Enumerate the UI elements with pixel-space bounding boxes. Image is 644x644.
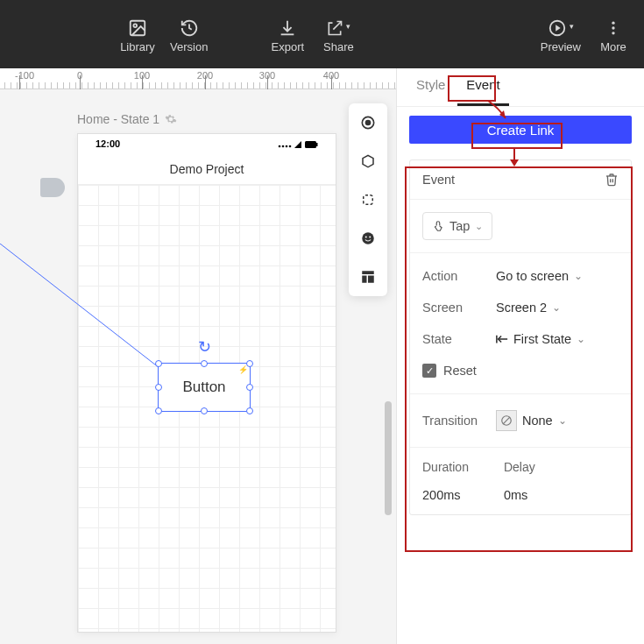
chevron-down-icon: ⌄ xyxy=(475,221,483,232)
event-trigger-dropdown[interactable]: Tap ⌄ xyxy=(422,212,492,240)
download-icon xyxy=(278,16,297,40)
svg-point-11 xyxy=(289,145,292,148)
svg-rect-12 xyxy=(305,141,316,148)
svg-rect-21 xyxy=(362,271,374,274)
preview-button[interactable]: Preview xyxy=(534,16,588,53)
svg-point-20 xyxy=(369,237,371,238)
svg-point-7 xyxy=(612,32,614,34)
svg-point-1 xyxy=(133,24,137,27)
play-icon xyxy=(548,16,574,40)
more-button[interactable]: More xyxy=(588,16,639,53)
resize-handle[interactable] xyxy=(246,384,253,391)
action-label: Action xyxy=(422,269,496,283)
device-title: Demo Project xyxy=(78,153,336,185)
first-state-icon xyxy=(496,334,508,344)
version-label: Version xyxy=(170,40,208,53)
state-dropdown[interactable]: First State xyxy=(496,332,585,346)
gear-icon[interactable] xyxy=(165,113,177,125)
export-label: Export xyxy=(272,40,305,53)
canvas-button-element[interactable]: ↻ ⚡ Button xyxy=(158,363,251,412)
transition-label: Transition xyxy=(422,414,496,428)
svg-point-9 xyxy=(282,145,285,148)
cube-icon[interactable] xyxy=(357,151,379,172)
create-link-button[interactable]: Create Link xyxy=(409,116,632,144)
top-toolbar: Library Version Export Share xyxy=(0,0,644,68)
more-icon xyxy=(605,16,622,40)
screen-label: Screen xyxy=(422,301,496,315)
transition-dropdown[interactable]: None xyxy=(522,414,567,428)
delay-value[interactable]: 0ms xyxy=(504,488,535,502)
library-button[interactable]: Library xyxy=(112,16,163,53)
layout-icon[interactable] xyxy=(357,266,379,287)
svg-rect-22 xyxy=(362,276,366,283)
share-label: Share xyxy=(323,40,354,53)
share-button[interactable]: Share xyxy=(313,16,364,53)
no-transition-icon xyxy=(496,410,517,431)
tab-style[interactable]: Style xyxy=(407,68,454,106)
state-label: State xyxy=(422,332,496,346)
link-indicator-icon: ⚡ xyxy=(238,365,248,374)
export-button[interactable]: Export xyxy=(262,16,313,53)
reset-label: Reset xyxy=(443,364,477,378)
tap-icon xyxy=(432,219,444,233)
ruler: -100 0 100 200 300 400 xyxy=(0,68,396,89)
resize-handle[interactable] xyxy=(246,407,253,414)
resize-handle[interactable] xyxy=(201,360,208,367)
share-icon xyxy=(326,16,350,40)
svg-point-8 xyxy=(279,145,281,148)
svg-point-6 xyxy=(612,26,614,29)
duration-label: Duration xyxy=(422,460,469,474)
screen-dropdown[interactable]: Screen 2 xyxy=(496,301,561,315)
svg-rect-17 xyxy=(364,195,373,205)
duration-value[interactable]: 200ms xyxy=(422,488,469,502)
svg-marker-4 xyxy=(556,25,561,31)
svg-line-2 xyxy=(334,21,342,29)
delete-event-button[interactable] xyxy=(605,173,619,187)
target-icon[interactable] xyxy=(357,112,379,133)
image-icon xyxy=(128,16,147,40)
breadcrumb[interactable]: Home - State 1 xyxy=(77,112,177,126)
more-label: More xyxy=(600,40,626,53)
resize-handle[interactable] xyxy=(155,360,162,367)
breadcrumb-label: Home - State 1 xyxy=(77,112,159,126)
svg-point-19 xyxy=(365,237,367,238)
delay-label: Delay xyxy=(504,460,535,474)
resize-handle[interactable] xyxy=(246,360,253,367)
action-dropdown[interactable]: Go to screen xyxy=(496,269,583,283)
preview-label: Preview xyxy=(541,40,581,53)
sync-icon[interactable] xyxy=(357,189,379,210)
event-trigger-label: Tap xyxy=(449,219,470,233)
history-icon xyxy=(180,16,199,40)
smile-icon[interactable] xyxy=(357,228,379,249)
status-bar: 12:00 xyxy=(78,134,336,153)
status-time: 12:00 xyxy=(96,138,120,149)
reset-checkbox[interactable]: ✓ xyxy=(422,364,436,378)
ruler-tick-n100: -100 xyxy=(15,70,34,81)
canvas-scrollbar[interactable] xyxy=(385,401,392,515)
event-card: Event Tap ⌄ Action Go to screen xyxy=(409,159,632,515)
svg-point-16 xyxy=(366,121,371,125)
svg-rect-13 xyxy=(316,143,318,146)
svg-rect-23 xyxy=(368,276,374,283)
canvas-button-label: Button xyxy=(182,379,225,396)
svg-point-18 xyxy=(362,232,374,244)
library-label: Library xyxy=(120,40,155,53)
version-button[interactable]: Version xyxy=(163,16,215,53)
tab-event[interactable]: Event xyxy=(457,68,508,106)
resize-handle[interactable] xyxy=(155,407,162,414)
svg-line-27 xyxy=(503,417,510,424)
svg-point-5 xyxy=(612,21,614,24)
status-indicators xyxy=(278,138,318,149)
panel-tabs: Style Event xyxy=(397,68,644,107)
resize-handle[interactable] xyxy=(201,407,208,414)
create-link-label: Create Link xyxy=(487,123,555,138)
canvas-area[interactable]: -100 0 100 200 300 400 Home - State 1 12… xyxy=(0,68,396,644)
resize-handle[interactable] xyxy=(155,384,162,391)
page-marker-icon[interactable] xyxy=(40,178,65,197)
rotate-handle-icon[interactable]: ↻ xyxy=(198,337,211,357)
event-heading: Event xyxy=(422,173,455,187)
inspector-panel: Style Event Create Link Event Tap ⌄ xyxy=(396,68,644,644)
floating-tool-tray xyxy=(349,103,387,296)
svg-point-10 xyxy=(286,145,288,148)
